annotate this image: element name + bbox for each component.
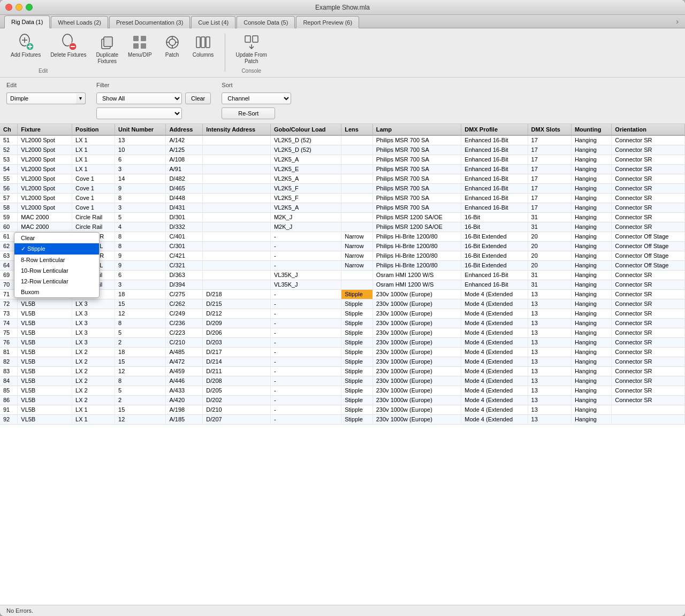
sort-select[interactable]: Channel — [222, 93, 291, 104]
tab-wheel-loads[interactable]: Wheel Loads (2) — [51, 16, 108, 28]
clear-button[interactable]: Clear — [185, 93, 211, 104]
cell-dmx_slots: 13 — [528, 289, 571, 299]
close-button[interactable] — [5, 4, 12, 11]
cell-dmx_profile: Enhanced 16-Bit — [461, 135, 528, 145]
update-from-patch-button[interactable]: Update FromPatch — [232, 32, 271, 67]
filter-select[interactable]: Show All — [96, 93, 182, 104]
cell-dmx_profile: Mode 4 (Extended — [461, 405, 528, 414]
cell-lens: Stipple — [341, 318, 373, 328]
cell-lamp: Philips Hi-Brite 1200/80 — [372, 241, 461, 251]
minimize-button[interactable] — [16, 4, 22, 11]
table-row[interactable]: 82VL5BLX 215A/472D/214-Stipple230v 1000w… — [0, 357, 685, 366]
cell-fixture: VL5B — [18, 337, 72, 347]
table-row[interactable]: 59MAC 2000Circle Rail5D/301M2K_JPhilips … — [0, 212, 685, 222]
col-dmx-slots: DMX Slots — [528, 124, 571, 135]
edit-dropdown-arrow[interactable]: ▼ — [76, 93, 86, 104]
table-row[interactable]: 57VL2000 SpotCove 18D/448VL2K5_FPhilips … — [0, 193, 685, 203]
table-row[interactable]: 53VL2000 SpotLX 16A/108VL2K5_APhilips MS… — [0, 155, 685, 164]
table-row[interactable]: 74VL5BLX 38C/236D/209-Stipple230v 1000w … — [0, 318, 685, 328]
table-row[interactable]: 71VL5BLX 318C/275D/218-Stipple230v 1000w… — [0, 289, 685, 299]
menu-dip-button[interactable]: Menu/DIP — [124, 32, 156, 60]
dropdown-item-8row[interactable]: 8-Row Lenticular — [14, 255, 99, 265]
re-sort-button[interactable]: Re-Sort — [222, 107, 275, 119]
cell-gobo: VL35K_J — [270, 280, 341, 289]
table-row[interactable]: 56VL2000 SpotCove 19D/465VL2K5_FPhilips … — [0, 183, 685, 193]
table-row[interactable]: 58VL2000 SpotCove 13D/431VL2K5_APhilips … — [0, 203, 685, 212]
cell-address: C/262 — [166, 299, 203, 309]
cell-lens — [341, 155, 373, 164]
tab-cue-list[interactable]: Cue List (4) — [191, 16, 235, 28]
cell-ch: 74 — [0, 318, 18, 328]
tab-report-preview[interactable]: Report Preview (6) — [296, 16, 359, 28]
cell-unit: 9 — [115, 251, 166, 260]
cell-position: Cove 1 — [72, 174, 115, 183]
tab-preset-documentation[interactable]: Preset Documentation (3) — [109, 16, 190, 28]
table-row[interactable]: 73VL5BLX 312C/249D/212-Stipple230v 1000w… — [0, 309, 685, 318]
table-row[interactable]: 52VL2000 SpotLX 110A/125VL2K5_D (52)Phil… — [0, 145, 685, 155]
add-fixtures-button[interactable]: Add Fixtures — [6, 32, 45, 60]
cell-lamp: 230v 1000w (Europe) — [372, 395, 461, 405]
svg-point-16 — [169, 39, 176, 45]
cell-address: C/210 — [166, 337, 203, 347]
cell-fixture: VL5B — [18, 318, 72, 328]
table-row[interactable]: 60MAC 2000Circle Rail4D/332M2K_JPhilips … — [0, 222, 685, 232]
table-row[interactable]: 81VL5BLX 218A/485D/217-Stipple230v 1000w… — [0, 347, 685, 357]
table-row[interactable]: 84VL5BLX 28A/446D/208-Stipple230v 1000w … — [0, 376, 685, 386]
dropdown-item-buxom[interactable]: Buxom — [14, 287, 99, 297]
table-row[interactable]: 70VL3500 SpotCircle Rail3D/394VL35K_JOsr… — [0, 280, 685, 289]
tab-rig-data[interactable]: Rig Data (1) — [4, 16, 50, 28]
filter-row2 — [96, 107, 211, 119]
cell-gobo: VL2K5_D (52) — [270, 135, 341, 145]
tab-console-data[interactable]: Console Data (5) — [237, 16, 295, 28]
cell-dmx_slots: 17 — [528, 183, 571, 193]
patch-button[interactable]: Patch — [157, 32, 187, 60]
table-row[interactable]: 55VL2000 SpotCove 114D/482VL2K5_APhilips… — [0, 174, 685, 183]
table-row[interactable]: 75VL5BLX 35C/223D/206-Stipple230v 1000w … — [0, 328, 685, 337]
data-table-container[interactable]: Ch Fixture Position Unit Number Address … — [0, 124, 685, 605]
cell-intensity — [203, 280, 271, 289]
cell-position: LX 1 — [72, 145, 115, 155]
cell-gobo: VL2K5_A — [270, 203, 341, 212]
cell-dmx_profile: Enhanced 16-Bit — [461, 280, 528, 289]
table-row[interactable]: 63MAC TW1 80vBoom 1SR9C/421-NarrowPhilip… — [0, 251, 685, 260]
delete-fixtures-button[interactable]: Delete Fixtures — [46, 32, 90, 60]
dropdown-item-12row[interactable]: 12-Row Lenticular — [14, 276, 99, 287]
table-row[interactable]: 54VL2000 SpotLX 13A/91VL2K5_EPhilips MSR… — [0, 164, 685, 174]
cell-lamp: 230v 1000w (Europe) — [372, 366, 461, 376]
cell-fixture: VL5B — [18, 299, 72, 309]
dropdown-item-10row[interactable]: 10-Row Lenticular — [14, 265, 99, 276]
cell-dmx_profile: Enhanced 16-Bit — [461, 174, 528, 183]
cell-lens: Stipple — [341, 337, 373, 347]
cell-address: C/249 — [166, 309, 203, 318]
edit-input[interactable] — [6, 93, 76, 104]
maximize-button[interactable] — [26, 4, 33, 11]
table-row[interactable]: 62MAC TW1 80vBoom 1SL8C/301-NarrowPhilip… — [0, 241, 685, 251]
cell-mounting: Hanging — [571, 376, 611, 386]
cell-position: LX 1 — [72, 164, 115, 174]
columns-button[interactable]: Columns — [188, 32, 218, 60]
patch-icon — [164, 34, 181, 51]
cell-orientation: Connector Off Stage — [612, 251, 685, 260]
table-row[interactable]: 61MAC TW1 80vBoom 1SR8C/401-NarrowPhilip… — [0, 232, 685, 241]
cell-address: D/363 — [166, 270, 203, 280]
table-row[interactable]: 92VL5BLX 112A/185D/207-Stipple230v 1000w… — [0, 414, 685, 424]
table-row[interactable]: 64MAC TW1 80vBoom 1SL9C/321-NarrowPhilip… — [0, 260, 685, 270]
table-row[interactable]: 91VL5BLX 115A/198D/210-Stipple230v 1000w… — [0, 405, 685, 414]
table-row[interactable]: 72VL5BLX 315C/262D/215-Stipple230v 1000w… — [0, 299, 685, 309]
table-row[interactable]: 76VL5BLX 32C/210D/203-Stipple230v 1000w … — [0, 337, 685, 347]
table-row[interactable]: 83VL5BLX 212A/459D/211-Stipple230v 1000w… — [0, 366, 685, 376]
duplicate-fixtures-button[interactable]: DuplicateFixtures — [92, 32, 123, 67]
dropdown-item-clear[interactable]: Clear — [14, 233, 99, 243]
cell-intensity — [203, 183, 271, 193]
dropdown-item-stipple[interactable]: Stipple — [14, 243, 99, 255]
filter-secondary-select[interactable] — [96, 107, 182, 119]
col-mounting: Mounting — [571, 124, 611, 135]
cell-orientation: Connector SR — [612, 366, 685, 376]
table-row[interactable]: 69VL3500 SpotCircle Rail6D/363VL35K_JOsr… — [0, 270, 685, 280]
table-row[interactable]: 51VL2000 SpotLX 113A/142VL2K5_D (52)Phil… — [0, 135, 685, 145]
tab-scroll-arrow[interactable]: › — [674, 15, 681, 28]
cell-lamp: Philips MSR 700 SA — [372, 183, 461, 193]
table-row[interactable]: 86VL5BLX 22A/420D/202-Stipple230v 1000w … — [0, 395, 685, 405]
cell-unit: 15 — [115, 405, 166, 414]
table-row[interactable]: 85VL5BLX 25A/433D/205-Stipple230v 1000w … — [0, 386, 685, 395]
